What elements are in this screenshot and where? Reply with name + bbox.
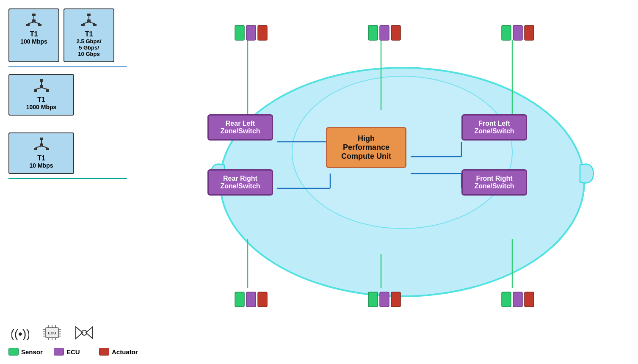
icon-legend-symbols: ((•)) xyxy=(8,324,138,343)
sensor-color-block xyxy=(8,348,19,356)
svg-rect-1 xyxy=(26,24,30,26)
ecu-color-block xyxy=(54,348,64,356)
car-diagram: Rear LeftZone/Switch Rear RightZone/Swit… xyxy=(165,4,631,360)
svg-rect-68 xyxy=(258,25,267,40)
svg-rect-9 xyxy=(93,24,97,26)
svg-rect-24 xyxy=(40,143,43,146)
svg-line-26 xyxy=(36,146,41,148)
svg-rect-78 xyxy=(368,292,378,307)
svg-rect-82 xyxy=(513,292,522,307)
ecu-label: ECU xyxy=(66,348,90,356)
svg-rect-17 xyxy=(40,85,43,88)
svg-line-5 xyxy=(28,22,34,24)
ecu-legend: ECU xyxy=(54,348,90,356)
svg-rect-15 xyxy=(34,89,37,92)
svg-line-19 xyxy=(36,88,41,89)
svg-rect-75 xyxy=(235,292,244,307)
rear-right-zone-box: Rear RightZone/Switch xyxy=(207,169,273,196)
sensor-legend: Sensor xyxy=(8,348,44,356)
svg-rect-70 xyxy=(380,25,389,40)
t1-10-label: T1 xyxy=(15,154,67,162)
rear-left-zone-label: Rear LeftZone/Switch xyxy=(220,120,260,135)
front-left-zone-label: Front LeftZone/Switch xyxy=(474,120,514,135)
icon-legend: ((•)) xyxy=(8,324,138,356)
svg-rect-14 xyxy=(40,79,43,82)
t1-2510-label: T1 xyxy=(70,30,108,38)
sensor-label: Sensor xyxy=(21,348,44,356)
svg-rect-2 xyxy=(38,24,41,26)
t1-2510gbps-box: T1 2.5 Gbps/5 Gbps/10 Gbps xyxy=(64,8,114,62)
t1-1000mbps-box: T1 1000 Mbps xyxy=(8,74,74,116)
t1-10mbps-box: T1 10 Mbps xyxy=(8,132,74,174)
svg-rect-8 xyxy=(81,24,85,26)
svg-rect-76 xyxy=(246,292,256,307)
t1-10-speed: 10 Mbps xyxy=(15,162,67,169)
svg-rect-66 xyxy=(235,25,244,40)
svg-rect-79 xyxy=(380,292,389,307)
t1-1000-label: T1 xyxy=(15,96,67,104)
rear-left-zone-box: Rear LeftZone/Switch xyxy=(207,114,273,141)
t1-100mbps-box: T1 100 Mbps xyxy=(8,8,59,62)
icon-legend-colors: Sensor ECU Actuator xyxy=(8,348,138,356)
svg-line-12 xyxy=(83,22,89,24)
svg-rect-77 xyxy=(258,292,267,307)
svg-rect-0 xyxy=(32,14,36,16)
actuator-color-block xyxy=(99,348,109,356)
hpu-label: High Performance Compute Unit xyxy=(341,134,391,160)
svg-rect-23 xyxy=(46,148,49,150)
svg-rect-16 xyxy=(46,89,49,92)
svg-rect-74 xyxy=(525,25,534,40)
ecu-chip-icon: ECU xyxy=(39,324,65,343)
t1-group-1: T1 100 Mbps T1 2.5 Gbps/5 Gbps/10 Gbps xyxy=(8,8,152,62)
t1-100-label: T1 xyxy=(15,30,52,38)
svg-rect-21 xyxy=(40,138,43,140)
svg-rect-7 xyxy=(87,14,91,16)
svg-rect-22 xyxy=(34,148,37,150)
network-icon-4 xyxy=(33,138,50,153)
svg-line-27 xyxy=(41,146,47,148)
svg-text:ECU: ECU xyxy=(48,331,56,335)
svg-rect-71 xyxy=(391,25,400,40)
legend-panel: T1 100 Mbps T1 2.5 Gbps/5 Gbps/10 Gbps xyxy=(8,8,152,186)
network-icon-2 xyxy=(80,14,97,29)
rear-right-zone-label: Rear RightZone/Switch xyxy=(220,175,260,190)
t1-100-speed: 100 Mbps xyxy=(15,38,52,45)
hpu-box: High Performance Compute Unit xyxy=(326,127,406,168)
svg-rect-80 xyxy=(391,292,400,307)
svg-line-20 xyxy=(41,88,47,89)
svg-line-13 xyxy=(89,22,95,24)
t1-1000-speed: 1000 Mbps xyxy=(15,104,67,110)
svg-text:((•)): ((•)) xyxy=(11,327,29,340)
svg-rect-69 xyxy=(368,25,378,40)
svg-rect-3 xyxy=(32,19,36,22)
front-right-zone-label: Front RightZone/Switch xyxy=(474,175,514,190)
divider-blue xyxy=(8,66,127,67)
valve-icon xyxy=(72,325,96,342)
actuator-legend: Actuator xyxy=(99,348,138,356)
network-icon-1 xyxy=(25,14,42,29)
front-left-zone-box: Front LeftZone/Switch xyxy=(461,114,527,141)
svg-rect-81 xyxy=(502,292,511,307)
network-icon-3 xyxy=(33,79,50,94)
actuator-label: Actuator xyxy=(112,348,138,356)
svg-line-6 xyxy=(34,22,40,24)
svg-rect-10 xyxy=(87,19,91,22)
front-right-zone-box: Front RightZone/Switch xyxy=(461,169,527,196)
svg-rect-72 xyxy=(502,25,511,40)
wifi-icon: ((•)) xyxy=(8,325,32,342)
svg-rect-73 xyxy=(513,25,522,40)
t1-2510-speed: 2.5 Gbps/5 Gbps/10 Gbps xyxy=(70,38,108,57)
svg-rect-83 xyxy=(525,292,534,307)
svg-rect-67 xyxy=(246,25,256,40)
divider-teal xyxy=(8,178,127,179)
